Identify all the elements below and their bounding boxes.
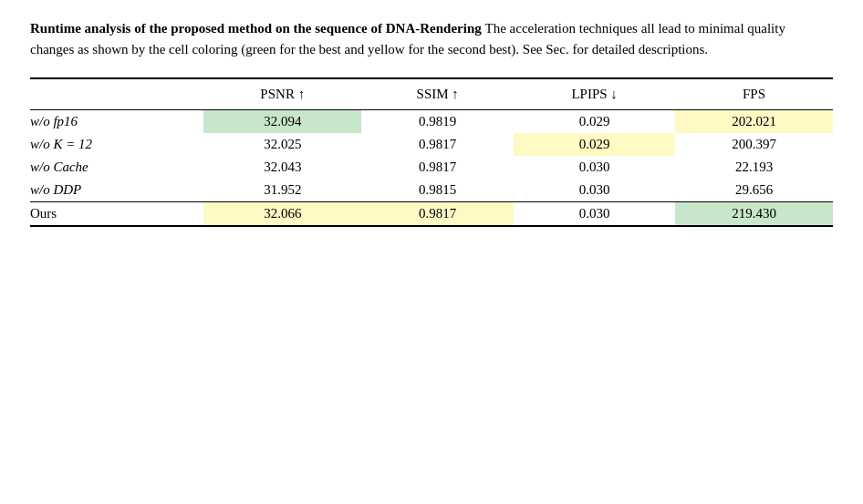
row-label: w/o fp16 — [30, 109, 203, 133]
table-row: Ours32.0660.98170.030219.430 — [30, 201, 833, 226]
table-row: w/o DDP31.9520.98150.03029.656 — [30, 179, 833, 202]
cell-psnr: 31.952 — [203, 179, 361, 202]
cell-ssim: 0.9815 — [361, 179, 514, 202]
cell-lpips: 0.030 — [514, 201, 675, 226]
cell-fps: 22.193 — [675, 156, 833, 179]
table-caption: Runtime analysis of the proposed method … — [30, 18, 833, 61]
cell-lpips: 0.030 — [514, 156, 675, 179]
cell-lpips: 0.030 — [514, 179, 675, 202]
data-table: PSNR ↑ SSIM ↑ LPIPS ↓ FPS w/o fp1632.094… — [30, 77, 833, 227]
col-header-ssim: SSIM ↑ — [361, 78, 514, 110]
col-header-label — [30, 78, 203, 110]
col-header-fps: FPS — [675, 78, 833, 110]
table-row: w/o Cache32.0430.98170.03022.193 — [30, 156, 833, 179]
cell-lpips: 0.029 — [514, 109, 675, 133]
table-row: w/o K = 1232.0250.98170.029200.397 — [30, 133, 833, 156]
cell-fps: 29.656 — [675, 179, 833, 202]
table-header-row: PSNR ↑ SSIM ↑ LPIPS ↓ FPS — [30, 78, 833, 110]
col-header-psnr: PSNR ↑ — [203, 78, 361, 110]
row-label: Ours — [30, 201, 203, 226]
cell-fps: 200.397 — [675, 133, 833, 156]
cell-fps: 202.021 — [675, 109, 833, 133]
cell-psnr: 32.094 — [203, 109, 361, 133]
cell-ssim: 0.9817 — [361, 201, 514, 226]
caption-body2: for detailed descriptions. — [572, 42, 708, 57]
row-label: w/o Cache — [30, 156, 203, 179]
caption-bold-text2: sequence of DNA-Rendering — [315, 21, 484, 36]
cell-psnr: 32.043 — [203, 156, 361, 179]
row-label: w/o K = 12 — [30, 133, 203, 156]
table-row: w/o fp1632.0940.98190.029202.021 — [30, 109, 833, 133]
cell-psnr: 32.025 — [203, 133, 361, 156]
caption-bold-text: Runtime analysis of the proposed method … — [30, 21, 315, 36]
col-header-lpips: LPIPS ↓ — [514, 78, 675, 110]
cell-lpips: 0.029 — [514, 133, 675, 156]
cell-ssim: 0.9819 — [361, 109, 514, 133]
cell-ssim: 0.9817 — [361, 156, 514, 179]
cell-fps: 219.430 — [675, 201, 833, 226]
page-container: Runtime analysis of the proposed method … — [30, 18, 833, 227]
cell-psnr: 32.066 — [203, 201, 361, 226]
cell-ssim: 0.9817 — [361, 133, 514, 156]
row-label: w/o DDP — [30, 179, 203, 202]
